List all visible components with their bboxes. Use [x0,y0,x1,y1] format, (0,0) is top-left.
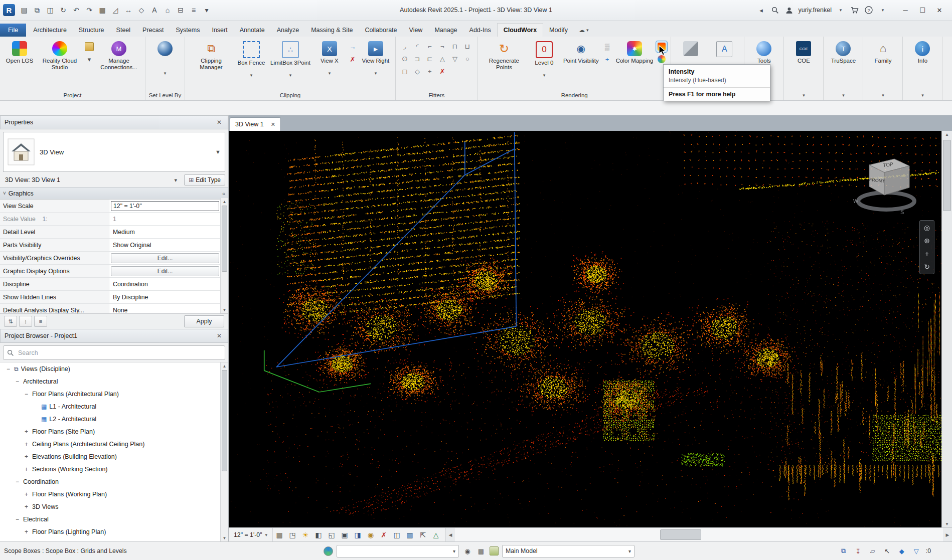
union-fitting-button[interactable]: ¬ [437,41,448,52]
limitbox-3point-button[interactable]: ∴LimitBox 3Point▾ [269,39,312,78]
collapse-icon[interactable]: − [14,378,21,385]
tree-item-label[interactable]: Electrical [23,516,49,523]
project-browser-close-icon[interactable]: ✕ [215,332,224,339]
tree-item-label[interactable]: Ceiling Plans (Architectural Ceiling Pla… [32,441,144,448]
dropdown-arrow-icon[interactable]: ▾ [329,71,331,75]
viewcube-south-label[interactable]: S [900,209,904,215]
view-scale-control[interactable]: 12" = 1'-0" ▾ [229,528,273,541]
tree-item-sections-working-section[interactable]: +Sections (Working Section) [0,463,228,475]
dropdown-arrow-icon[interactable]: ▾ [250,73,253,77]
temporary-view-properties-icon[interactable]: ▥ [403,528,416,541]
panel-chevron-icon[interactable]: ▾ [842,93,845,98]
coe-button[interactable]: COECOE [787,39,820,72]
visibility-graphics-overrides-edit-button[interactable]: Edit... [111,253,219,263]
print-icon[interactable]: ▦ [96,4,108,16]
tree-item-floor-plans-site-plan[interactable]: +Floor Plans (Site Plan) [0,425,228,438]
filter-icon[interactable]: ▽ [911,546,921,556]
dropdown-arrow-icon[interactable]: ▾ [375,71,377,75]
valve-fitting-button[interactable]: ◻ [399,66,410,77]
tree-item-ceiling-plans-architectural-ceiling-plan[interactable]: +Ceiling Plans (Architectural Ceiling Pl… [0,438,228,450]
color-mapping-button[interactable]: ✱Color Mapping [614,39,655,72]
crop-region-icon[interactable]: ▣ [338,528,351,541]
tag-icon[interactable]: ◇ [135,4,147,16]
set-level-by-button[interactable]: ▾ [149,39,181,76]
horizontal-scrollbar[interactable]: ◀ ▶ [445,528,952,541]
intensity-button[interactable] [656,41,667,52]
pan-icon[interactable]: + [921,248,932,259]
editable-only-icon[interactable]: ◉ [462,546,472,556]
temporary-hide-icon[interactable]: ◨ [351,528,364,541]
cap-fitting-button[interactable]: ⊓ [449,41,460,52]
add-fitting-button[interactable]: + [424,66,435,77]
maximize-button[interactable]: ☐ [914,3,931,17]
orbit-icon[interactable]: ↻ [921,261,932,272]
shadows-icon[interactable]: ◧ [312,528,325,541]
worksets-icon[interactable] [324,546,333,556]
scroll-left-icon[interactable]: ◀ [446,528,455,541]
user-menu-chevron-icon[interactable]: ▾ [836,5,846,15]
properties-scrollbar[interactable]: ▲ ▼ [220,198,228,313]
property-field[interactable]: None [111,306,219,314]
tab-collaborate[interactable]: Collaborate [359,24,403,37]
type-selector[interactable]: 3D View ▼ [3,132,225,172]
visual-style-icon[interactable]: ◳ [286,528,299,541]
tree-item-label[interactable]: Architectural [23,378,58,385]
element-selector-chevron-icon[interactable]: ▾ [175,177,180,183]
user-icon[interactable] [784,5,795,15]
collapse-icon[interactable]: − [14,516,21,522]
tree-item-l1-architectural[interactable]: ▦L1 - Architectural [0,400,228,413]
tab-add-ins[interactable]: Add-Ins [463,24,497,37]
collapse-icon[interactable]: − [23,391,30,397]
scroll-down-icon[interactable]: ▼ [942,520,952,527]
view-tab-close-icon[interactable]: ✕ [271,121,275,128]
tab-structure[interactable]: Structure [73,24,110,37]
tree-item-label[interactable]: Floor Plans (Site Plan) [32,428,95,435]
browser-search-box[interactable] [3,345,225,360]
help-icon[interactable]: ? [864,5,874,15]
expand-icon[interactable]: + [23,428,30,435]
sort-default-button[interactable]: ⇅ [4,316,17,327]
tab-modify[interactable]: Modify [543,24,574,37]
open-icon[interactable]: ⧉ [31,4,43,16]
property-field[interactable]: Coordination [111,280,219,289]
panel-chevron-icon[interactable]: ▾ [803,93,805,98]
remove-x-button[interactable]: ✗ [347,54,358,65]
aligned-dimension-icon[interactable]: ↔ [122,4,134,16]
add-x-button[interactable]: → [347,41,358,52]
close-button[interactable]: ✕ [931,3,948,17]
tree-item-3d-views[interactable]: +3D Views [0,500,228,513]
tree-item-views-discipline[interactable]: −⧉Views (Discipline) [0,362,228,375]
regenerate-points-button[interactable]: ↻Regenerate Points [482,39,527,72]
sort-group-button[interactable]: ≡ [34,316,47,327]
panel-chevron-icon[interactable]: ▾ [882,93,884,98]
sync-icon[interactable]: ↻ [57,4,69,16]
chevron-down-button[interactable]: ▾ [84,54,95,65]
tree-item-elevations-building-elevation[interactable]: +Elevations (Building Elevation) [0,450,228,463]
zoom-icon[interactable]: ⊕ [921,235,932,246]
drag-select-icon[interactable]: ↖ [882,546,892,556]
project-browser-header[interactable]: Project Browser - Project1 ✕ [0,329,228,343]
signed-in-user[interactable]: yuriy.frenkel [799,7,832,14]
crop-view-icon[interactable]: ◱ [325,528,338,541]
cross-fitting-button[interactable]: ⊏ [424,53,435,64]
scroll-up-icon[interactable]: ▲ [942,131,952,138]
reveal-hidden-icon[interactable]: ◉ [364,528,377,541]
select-pins-icon[interactable]: ↧ [853,546,863,556]
element-selector[interactable]: 3D View: 3D View 1 ▾ [3,175,181,185]
apply-button[interactable]: Apply [184,315,224,327]
expand-icon[interactable]: + [23,441,30,447]
tab-analyze[interactable]: Analyze [271,24,305,37]
panel-chevron-icon[interactable]: ▾ [921,93,924,98]
section-collapse-icon[interactable]: ˅ [3,191,6,196]
help-menu-chevron-icon[interactable]: ▾ [878,5,888,15]
point-visibility-button[interactable]: ◉Point Visibility [562,39,600,72]
point-density-button[interactable]: ▒ [602,41,613,52]
sleeve-fitting-button[interactable]: ◇ [412,66,423,77]
tree-item-label[interactable]: L1 - Architectural [49,403,96,410]
tree-item-floor-plans-architectural-plan[interactable]: −Floor Plans (Architectural Plan) [0,388,228,400]
graphic-display-options-edit-button[interactable]: Edit... [111,266,219,276]
search-icon[interactable] [770,5,780,15]
tree-item-coordination[interactable]: −Coordination [0,475,228,488]
tab-insert[interactable]: Insert [206,24,233,37]
select-links-icon[interactable]: ⧉ [839,546,849,556]
